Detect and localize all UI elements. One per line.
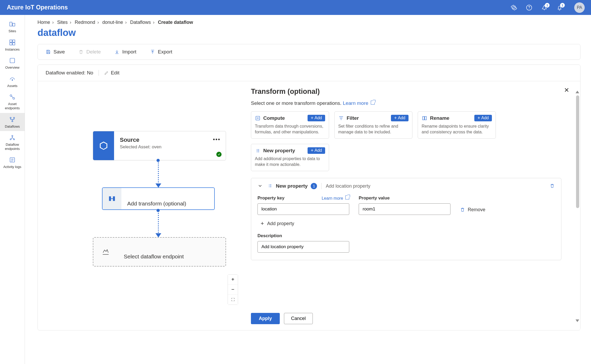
source-ok-badge xyxy=(216,152,222,157)
scroll-down-icon[interactable] xyxy=(576,319,579,322)
source-title: Source xyxy=(120,137,221,143)
brand-title: Azure IoT Operations xyxy=(7,4,511,11)
nav-label: Overview xyxy=(5,66,19,70)
svg-rect-7 xyxy=(13,43,15,45)
zoom-controls: + − ⛶ xyxy=(228,274,238,305)
page-title: dataflow xyxy=(37,27,581,38)
nav-sites[interactable]: Sites xyxy=(0,18,25,36)
nav-label: Asset endpoints xyxy=(1,102,24,110)
property-key-input[interactable] xyxy=(257,203,349,215)
svg-rect-2 xyxy=(10,22,12,26)
svg-rect-8 xyxy=(10,58,14,63)
breadcrumb-current: Create dataflow xyxy=(158,20,193,25)
alerts-badge: 1 xyxy=(545,3,550,8)
breadcrumb-link[interactable]: Dataflows xyxy=(130,20,151,25)
filter-add-button[interactable]: +Add xyxy=(391,115,409,121)
remove-property-link[interactable]: Remove xyxy=(460,204,485,215)
cube-icon xyxy=(93,131,114,160)
export-button[interactable]: Export xyxy=(150,49,172,55)
nav-asset-endpoints[interactable]: Asset endpoints xyxy=(0,90,25,113)
add-property-link[interactable]: +Add property xyxy=(261,220,555,227)
svg-rect-21 xyxy=(256,116,260,120)
breadcrumb-link[interactable]: Redmond xyxy=(75,20,95,25)
toolbar: Save Delete Import Export xyxy=(37,44,581,60)
source-node[interactable]: Source Selected Asset: oven ••• xyxy=(93,131,226,160)
notifications-icon[interactable]: 1 xyxy=(556,4,563,11)
breadcrumb-link[interactable]: donut-line xyxy=(102,20,123,25)
save-button[interactable]: Save xyxy=(46,49,65,55)
zoom-out-button[interactable]: − xyxy=(228,285,238,295)
nav-overview[interactable]: Overview xyxy=(0,54,25,72)
scroll-up-icon[interactable] xyxy=(576,91,579,93)
endpoint-node[interactable]: Select dataflow endpoint xyxy=(93,237,226,267)
help-icon[interactable] xyxy=(526,4,532,11)
breadcrumb-link[interactable]: Home xyxy=(37,20,50,25)
external-link-icon xyxy=(345,195,349,199)
svg-point-13 xyxy=(13,117,14,118)
svg-rect-3 xyxy=(13,23,15,26)
property-count-badge: 1 xyxy=(311,183,317,189)
dataflow-enabled-label: Dataflow enabled: No xyxy=(46,70,93,76)
endpoint-icon xyxy=(93,238,118,266)
svg-rect-23 xyxy=(425,116,426,120)
chevron-down-icon[interactable] xyxy=(257,183,263,189)
source-more-icon[interactable]: ••• xyxy=(213,136,221,143)
section-heading: New property xyxy=(276,183,308,189)
description-input[interactable] xyxy=(257,241,349,253)
description-label: Description xyxy=(257,233,555,238)
nav-assets[interactable]: Assets xyxy=(0,72,25,91)
scrollbar[interactable] xyxy=(576,95,579,208)
source-subtitle: Selected Asset: oven xyxy=(120,144,221,150)
delete-section-icon[interactable] xyxy=(550,183,555,189)
svg-point-1 xyxy=(529,9,529,9)
svg-rect-20 xyxy=(113,196,115,201)
rename-add-button[interactable]: +Add xyxy=(474,115,492,121)
nav-label: Activity logs xyxy=(3,165,22,169)
nav-label: Assets xyxy=(7,84,17,88)
newprop-add-button[interactable]: +Add xyxy=(308,147,325,154)
rename-icon xyxy=(422,115,427,121)
avatar[interactable]: PA xyxy=(574,2,585,13)
property-value-input[interactable] xyxy=(359,203,450,215)
panel-close-icon[interactable]: ✕ xyxy=(564,86,569,94)
transform-icon xyxy=(103,188,121,209)
graph: Source Selected Asset: oven ••• xyxy=(38,81,242,329)
notifications-badge: 1 xyxy=(560,3,565,8)
learn-more-link[interactable]: Learn more xyxy=(343,100,375,106)
transform-cards: Compute +Add Transform data through conv… xyxy=(251,111,561,171)
delete-button: Delete xyxy=(78,49,101,55)
svg-rect-22 xyxy=(423,116,424,120)
nav-dataflow-endpoints[interactable]: Dataflow endpoints xyxy=(0,131,25,153)
new-property-card: New property +Add Add additional propert… xyxy=(251,144,329,171)
endpoint-title: Select dataflow endpoint xyxy=(124,243,220,260)
zoom-in-button[interactable]: + xyxy=(228,275,238,285)
cancel-button[interactable]: Cancel xyxy=(284,313,313,324)
compute-icon xyxy=(255,115,261,121)
edit-status-link[interactable]: Edit xyxy=(99,70,120,76)
alerts-icon[interactable]: 1 xyxy=(541,4,547,11)
section-row-desc: Add location property xyxy=(326,183,550,189)
settings-icon[interactable] xyxy=(511,4,517,11)
import-button[interactable]: Import xyxy=(114,49,136,55)
panel-subtitle: Select one or more transform operations.… xyxy=(251,100,569,106)
property-value-label: Property value xyxy=(359,195,450,201)
svg-rect-5 xyxy=(13,40,15,42)
canvas: Source Selected Asset: oven ••• xyxy=(38,81,580,329)
breadcrumbs: Home› Sites› Redmond› donut-line› Datafl… xyxy=(37,20,581,25)
nav-label: Dataflow endpoints xyxy=(1,143,24,151)
nav-instances[interactable]: Instances xyxy=(0,36,25,54)
key-learn-more-link[interactable]: Learn more xyxy=(322,195,349,201)
compute-add-button[interactable]: +Add xyxy=(308,115,325,121)
transform-panel: Transform (optional) ✕ Select one or mor… xyxy=(242,81,580,329)
transform-node[interactable]: Add transform (optional) xyxy=(102,187,215,210)
zoom-fit-button[interactable]: ⛶ xyxy=(228,295,238,305)
nav-dataflows[interactable]: Dataflows xyxy=(0,113,25,131)
breadcrumb-link[interactable]: Sites xyxy=(57,20,68,25)
left-nav: Sites Instances Overview Assets Asset en… xyxy=(0,15,25,364)
svg-point-14 xyxy=(12,121,13,122)
canvas-wrap: Dataflow enabled: No Edit Source xyxy=(37,64,581,330)
main-content: Home› Sites› Redmond› donut-line› Datafl… xyxy=(25,15,591,364)
nav-label: Sites xyxy=(9,29,16,33)
nav-activity-logs[interactable]: Activity logs xyxy=(0,153,25,172)
apply-button[interactable]: Apply xyxy=(251,313,280,324)
